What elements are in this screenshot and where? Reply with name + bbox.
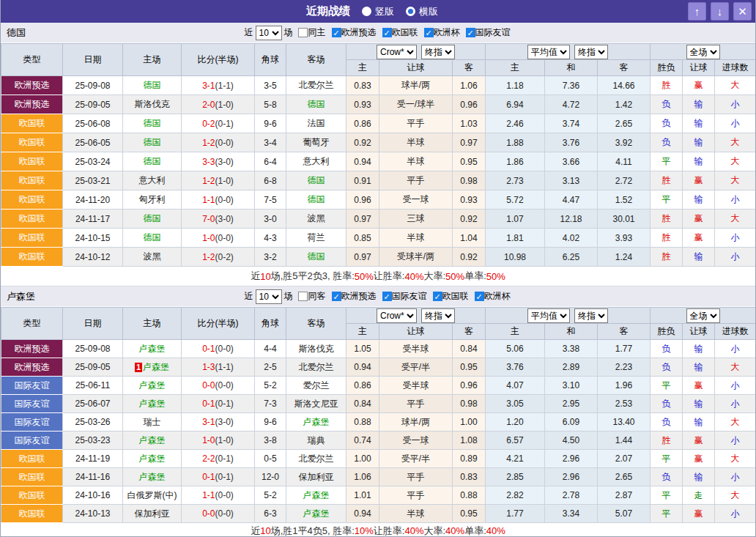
sub-column-header: 让球 — [379, 324, 453, 340]
avg-draw-odds: 6.25 — [545, 248, 598, 267]
move-down-button[interactable]: ↓ — [711, 2, 729, 21]
home-team-name: 卢森堡 — [139, 344, 166, 354]
period-select[interactable]: 全场 — [686, 45, 720, 59]
bookmaker-select[interactable]: Crow* — [377, 308, 417, 323]
result-goals: 大 — [715, 358, 756, 377]
avg-away-odds: 4.11 — [598, 152, 651, 171]
fulltime-score: 1-2 — [202, 138, 215, 148]
league-type-badge: 欧国联 — [1, 171, 63, 190]
sub-column-header: 客 — [453, 60, 486, 76]
odds-time-select-2[interactable]: 终指 — [574, 45, 608, 59]
home-team: 卢森堡 — [123, 340, 182, 358]
match-row: 欧洲预选25-09-05斯洛伐克2-0(1-0)5-8德国0.93受一/球半0.… — [1, 95, 756, 114]
away-team-name: 北爱尔兰 — [299, 362, 334, 372]
league-checkbox[interactable] — [433, 292, 442, 301]
match-row: 国际友谊25-03-26瑞士3-1(3-0)9-6卢森堡0.88球半/两1.00… — [1, 413, 756, 432]
score: 1-1(0-0) — [182, 190, 255, 210]
sub-column-header: 主 — [346, 324, 379, 340]
rounds-select[interactable]: 10 — [256, 289, 282, 304]
radio-unselected-icon — [406, 7, 415, 16]
handicap-home-odds: 0.94 — [346, 358, 379, 377]
home-team: 白俄罗斯(中) — [123, 486, 182, 505]
result-wdl: 胜 — [651, 432, 683, 450]
match-row: 欧国联24-10-15德国1-0(0-0)4-3荷兰0.85半球1.041.81… — [1, 229, 756, 248]
away-team: 荷兰 — [286, 229, 346, 248]
average-select[interactable]: 平均值 — [527, 308, 570, 323]
league-checkbox[interactable] — [332, 28, 341, 37]
handicap-home-odds: 0.93 — [346, 95, 379, 114]
average-select[interactable]: 平均值 — [527, 45, 570, 59]
bookmaker-select[interactable]: Crow* — [377, 45, 417, 59]
home-team: 瑞士 — [123, 413, 182, 432]
away-team: 保加利亚 — [286, 468, 346, 486]
corner-score: 5-2 — [255, 377, 286, 395]
avg-away-odds: 2.07 — [598, 450, 651, 468]
away-team: 卢森堡 — [286, 505, 346, 523]
avg-away-odds: 1.52 — [598, 190, 651, 210]
sub-column-header: 主 — [346, 60, 379, 76]
home-team-name: 匈牙利 — [139, 194, 166, 204]
match-row: 欧国联24-11-17德国7-0(3-0)3-0波黑0.97三球0.921.07… — [1, 210, 756, 229]
result-goals: 大 — [715, 152, 756, 171]
result-goals: 大 — [715, 171, 756, 190]
away-team-name: 保加利亚 — [299, 472, 334, 482]
odds-time-select-2[interactable]: 终指 — [574, 308, 608, 323]
avg-home-odds: 6.94 — [486, 95, 545, 114]
handicap-line: 三球 — [379, 210, 453, 229]
handicap-away-odds: 1.08 — [453, 432, 486, 450]
avg-away-odds: 2.65 — [598, 114, 651, 133]
rounds-suffix-label: 场 — [284, 26, 293, 39]
filter-bar: 卢森堡近10场同客欧洲预选国际友谊欧国联欧洲杯 — [1, 286, 755, 307]
team-name: 德国 — [7, 26, 26, 40]
league-label: 欧洲杯 — [434, 26, 460, 39]
same-venue-checkbox[interactable] — [298, 292, 308, 301]
handicap-line: 平手 — [379, 171, 453, 190]
avg-away-odds: 5.07 — [598, 505, 651, 523]
sub-column-header: 让球 — [683, 60, 715, 76]
period-select[interactable]: 全场 — [686, 308, 720, 323]
result-wdl: 负 — [651, 114, 683, 133]
halftime-score: (0-0) — [215, 490, 234, 500]
league-checkbox[interactable] — [424, 28, 434, 37]
match-date: 25-09-05 — [63, 95, 123, 114]
away-team-name: 意大利 — [303, 156, 330, 166]
match-date: 25-03-26 — [63, 413, 123, 432]
column-header: 角球 — [255, 44, 286, 76]
summary-part: 50% — [486, 271, 505, 282]
same-venue-checkbox[interactable] — [298, 28, 308, 37]
result-wdl: 负 — [651, 340, 683, 358]
handicap-home-odds: 1.00 — [346, 450, 379, 468]
match-row: 欧国联25-06-08德国0-2(0-1)9-6法国0.86平手1.032.46… — [1, 114, 756, 133]
league-type-badge: 欧国联 — [1, 152, 63, 171]
league-checkbox[interactable] — [382, 292, 392, 301]
league-checkbox[interactable] — [475, 292, 484, 301]
radio-vertical[interactable]: 竖版 — [362, 5, 394, 18]
avg-home-odds: 2.46 — [486, 114, 545, 133]
result-goals: 小 — [715, 248, 756, 267]
avg-home-odds: 1.07 — [486, 210, 545, 229]
avg-draw-odds: 12.18 — [545, 210, 598, 229]
halftime-score: (3-0) — [215, 214, 234, 224]
match-date: 25-03-21 — [63, 171, 123, 190]
away-team-name: 爱尔兰 — [303, 380, 330, 390]
avg-draw-odds: 3.34 — [545, 505, 598, 523]
odds-time-select-1[interactable]: 终指 — [421, 45, 455, 59]
corner-score: 4-3 — [255, 229, 286, 248]
rounds-select[interactable]: 10 — [256, 26, 282, 40]
fulltime-score: 1-2 — [202, 176, 215, 186]
handicap-line: 平手 — [379, 395, 453, 413]
result-group-header: 全场 — [651, 308, 756, 324]
move-up-button[interactable]: ↑ — [688, 2, 706, 21]
handicap-home-odds: 1.05 — [346, 340, 379, 358]
odds-time-select-1[interactable]: 终指 — [421, 308, 455, 323]
close-button[interactable]: ✕ — [733, 2, 752, 21]
summary-part: 场,胜1平4负5, 胜率: — [271, 525, 355, 537]
average-odds-group-header: 平均值终指 — [486, 308, 651, 324]
league-checkbox[interactable] — [466, 28, 475, 37]
radio-horizontal[interactable]: 横版 — [406, 5, 438, 18]
home-team: 1卢森堡 — [123, 358, 182, 377]
corner-score: 0-5 — [255, 450, 286, 468]
avg-home-odds: 1.81 — [486, 229, 545, 248]
league-checkbox[interactable] — [382, 28, 392, 37]
league-checkbox[interactable] — [332, 292, 341, 301]
